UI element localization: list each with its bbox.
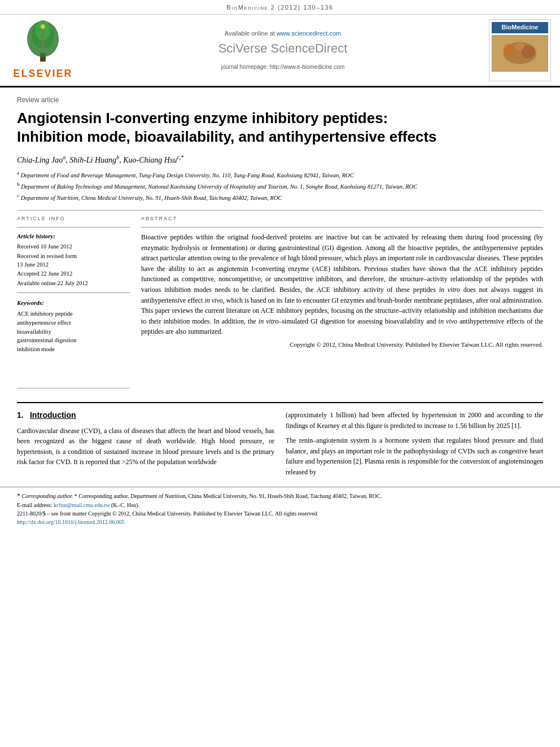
affiliation-c: c Department of Nutrition, China Medical… (17, 192, 543, 202)
abstract-text: Bioactive peptides within the original f… (141, 232, 543, 349)
keyword-1: ACE inhibitory peptide (17, 309, 130, 318)
intro-heading: 1. Introduction (17, 410, 274, 421)
introduction-two-col: 1. Introduction Cardiovascular disease (… (17, 410, 543, 478)
svg-point-8 (504, 43, 515, 55)
available-online: Available online at www.sciencedirect.co… (225, 29, 341, 38)
keywords-section: Keywords: ACE inhibitory peptide antihyp… (17, 299, 130, 354)
keyword-4: gastrointestinal digestion (17, 336, 130, 345)
article-title: Angiotensin I-converting enzyme inhibito… (17, 109, 543, 146)
title-line1: Angiotensin I-converting enzyme inhibito… (17, 110, 388, 126)
affiliation-a: a Department of Food and Beverage Manage… (17, 169, 543, 180)
elsevier-text: ELSEVIER (13, 67, 72, 81)
footnote-doi: http://dx.doi.org/10.1016/j.biomed.2012.… (17, 518, 543, 526)
journal-citation: BioMedicine 2 (2012) 130–136 (226, 4, 333, 11)
received-date: Received 10 June 2012 (17, 243, 130, 251)
abstract-column: Abstract Bioactive peptides within the o… (141, 215, 543, 393)
keyword-2: antihypertensive effect (17, 318, 130, 327)
section-number: 1. (17, 410, 24, 420)
sciverse-text: SciVerse (218, 41, 271, 55)
divider-abstract (141, 227, 543, 228)
sciencedirect-link[interactable]: www.sciencedirect.com (277, 30, 341, 37)
article-type: Review article (17, 95, 543, 105)
footer-section: * Corresponding author. * Corresponding … (0, 487, 560, 532)
title-line2: Inhibition mode, bioavailability, and an… (17, 128, 437, 145)
journal-homepage: journal homepage: http://www.e-biomedici… (221, 63, 344, 71)
divider-info (17, 227, 130, 228)
abstract-header: Abstract (141, 215, 543, 222)
footnote-email: E-mail address: kchsu@mail.cmu.edu.tw (K… (17, 501, 543, 509)
keywords-label: Keywords: (17, 299, 130, 307)
keyword-3: bioavailability (17, 327, 130, 337)
intro-left-col: 1. Introduction Cardiovascular disease (… (17, 410, 274, 478)
divider-bottom (17, 388, 130, 388)
biomedicine-cover-image (492, 35, 548, 72)
divider-1 (17, 210, 543, 211)
elsevier-logo: ELSEVIER (9, 19, 77, 81)
intro-right-text-1: (approximately 1 billion) had been affec… (286, 410, 543, 431)
journal-url[interactable]: http://www.e-biomedicine.com (269, 64, 344, 70)
elsevier-tree-icon (20, 19, 65, 64)
main-content: Review article Angiotensin I-converting … (0, 88, 560, 478)
biomedicine-title: BioMedicine (492, 22, 548, 33)
keyword-5: inhibition mode (17, 345, 130, 354)
email-link[interactable]: kchsu@mail.cmu.edu.tw (54, 502, 110, 508)
section-title: Introduction (30, 410, 76, 420)
abstract-body: Bioactive peptides within the original f… (141, 232, 543, 337)
footnote-issn: 2211-8020/$ – see front matter Copyright… (17, 509, 543, 518)
accepted-date: Accepted 22 June 2012 (17, 270, 130, 278)
revised-date: Received in revised form13 June 2012 (17, 252, 130, 269)
footnote-corresponding: * Corresponding author. * Corresponding … (17, 491, 543, 501)
history-label: Article history: (17, 232, 130, 241)
article-info-column: Article Info Article history: Received 1… (17, 215, 130, 393)
svg-rect-4 (42, 28, 44, 50)
copyright-text: Copyright © 2012, China Medical Universi… (141, 340, 543, 349)
biomedicine-logo-box: BioMedicine (489, 19, 551, 81)
svg-point-5 (41, 24, 45, 29)
article-info-header: Article Info (17, 215, 130, 222)
sciencedirect-text: ScienceDirect (271, 41, 348, 55)
intro-right-text-2: The renin–angiotensin system is a hormon… (286, 435, 543, 477)
intro-right-col: (approximately 1 billion) had been affec… (286, 410, 543, 478)
affiliation-b: b Department of Baking Technology and Ma… (17, 181, 543, 191)
article-info-abstract: Article Info Article history: Received 1… (17, 215, 543, 393)
header-logos: ELSEVIER Available online at www.science… (0, 15, 560, 87)
header-center: Available online at www.sciencedirect.co… (84, 19, 482, 81)
author-chia-ling: Chia-Ling Jaoa, Shih-Li Huangb, Kuo-Chia… (17, 156, 183, 164)
svg-point-10 (515, 42, 524, 51)
divider-keywords (17, 292, 130, 293)
doi-link[interactable]: http://dx.doi.org/10.1016/j.biomed.2012.… (17, 519, 125, 525)
affiliations: a Department of Food and Beverage Manage… (17, 169, 543, 203)
authors: Chia-Ling Jaoa, Shih-Li Huangb, Kuo-Chia… (17, 154, 543, 165)
sciverse-logo: SciVerse ScienceDirect (218, 40, 348, 58)
intro-left-text: Cardiovascular disease (CVD), a class of… (17, 426, 274, 468)
available-date: Available online 22 July 2012 (17, 279, 130, 288)
introduction-section: 1. Introduction Cardiovascular disease (… (17, 402, 543, 478)
journal-bar: BioMedicine 2 (2012) 130–136 (0, 0, 560, 15)
